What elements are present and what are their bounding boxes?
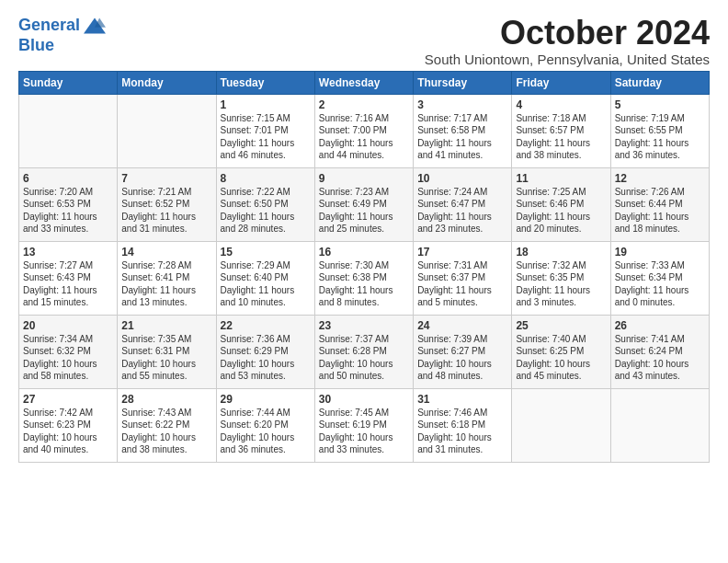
day-number: 20 <box>23 319 113 332</box>
day-number: 21 <box>121 319 211 332</box>
day-detail: Sunrise: 7:36 AM Sunset: 6:29 PM Dayligh… <box>221 333 311 383</box>
day-number: 22 <box>221 319 311 332</box>
day-cell: 10Sunrise: 7:24 AM Sunset: 6:47 PM Dayli… <box>414 167 512 241</box>
day-detail: Sunrise: 7:44 AM Sunset: 6:20 PM Dayligh… <box>221 407 311 456</box>
header: General Blue October 2024 South Uniontow… <box>18 15 710 67</box>
day-detail: Sunrise: 7:15 AM Sunset: 7:01 PM Dayligh… <box>221 112 311 162</box>
day-detail: Sunrise: 7:39 AM Sunset: 6:27 PM Dayligh… <box>417 333 507 383</box>
day-cell: 11Sunrise: 7:25 AM Sunset: 6:46 PM Dayli… <box>512 167 610 241</box>
day-detail: Sunrise: 7:19 AM Sunset: 6:55 PM Dayligh… <box>615 112 705 162</box>
day-detail: Sunrise: 7:20 AM Sunset: 6:53 PM Dayligh… <box>23 186 113 236</box>
week-row: 13Sunrise: 7:27 AM Sunset: 6:43 PM Dayli… <box>19 241 710 315</box>
day-cell: 22Sunrise: 7:36 AM Sunset: 6:29 PM Dayli… <box>216 315 314 388</box>
day-cell <box>19 94 118 167</box>
day-cell: 3Sunrise: 7:17 AM Sunset: 6:58 PM Daylig… <box>414 94 512 167</box>
day-detail: Sunrise: 7:27 AM Sunset: 6:43 PM Dayligh… <box>23 259 113 309</box>
day-number: 25 <box>516 319 606 332</box>
logo-text: General <box>18 17 80 35</box>
day-cell: 8Sunrise: 7:22 AM Sunset: 6:50 PM Daylig… <box>216 167 314 241</box>
day-cell: 28Sunrise: 7:43 AM Sunset: 6:22 PM Dayli… <box>118 388 216 462</box>
day-cell <box>512 388 610 462</box>
logo-text2: Blue <box>18 37 106 55</box>
day-number: 7 <box>121 172 211 185</box>
day-number: 4 <box>516 98 606 111</box>
day-detail: Sunrise: 7:45 AM Sunset: 6:19 PM Dayligh… <box>319 407 409 456</box>
day-number: 27 <box>23 393 113 406</box>
day-header: Saturday <box>610 71 709 94</box>
logo: General Blue <box>18 15 106 55</box>
day-cell: 6Sunrise: 7:20 AM Sunset: 6:53 PM Daylig… <box>19 167 118 241</box>
day-cell: 25Sunrise: 7:40 AM Sunset: 6:25 PM Dayli… <box>512 315 610 388</box>
header-row: SundayMondayTuesdayWednesdayThursdayFrid… <box>19 71 710 94</box>
day-cell: 14Sunrise: 7:28 AM Sunset: 6:41 PM Dayli… <box>118 241 216 315</box>
day-number: 3 <box>417 98 507 111</box>
day-cell: 2Sunrise: 7:16 AM Sunset: 7:00 PM Daylig… <box>314 94 413 167</box>
day-header: Tuesday <box>216 71 314 94</box>
day-cell: 24Sunrise: 7:39 AM Sunset: 6:27 PM Dayli… <box>414 315 512 388</box>
day-cell <box>610 388 709 462</box>
day-number: 10 <box>417 172 507 185</box>
week-row: 1Sunrise: 7:15 AM Sunset: 7:01 PM Daylig… <box>19 94 710 167</box>
day-number: 5 <box>615 98 705 111</box>
day-number: 14 <box>121 246 211 259</box>
day-number: 12 <box>615 172 705 185</box>
week-row: 20Sunrise: 7:34 AM Sunset: 6:32 PM Dayli… <box>19 315 710 388</box>
day-number: 23 <box>319 319 409 332</box>
day-detail: Sunrise: 7:16 AM Sunset: 7:00 PM Dayligh… <box>319 112 409 162</box>
day-number: 29 <box>221 393 311 406</box>
day-cell: 12Sunrise: 7:26 AM Sunset: 6:44 PM Dayli… <box>610 167 709 241</box>
day-number: 8 <box>221 172 311 185</box>
day-number: 18 <box>516 246 606 259</box>
day-number: 13 <box>23 246 113 259</box>
day-detail: Sunrise: 7:26 AM Sunset: 6:44 PM Dayligh… <box>615 186 705 236</box>
day-number: 31 <box>417 393 507 406</box>
day-number: 11 <box>516 172 606 185</box>
month-title: October 2024 <box>425 15 710 52</box>
day-cell: 15Sunrise: 7:29 AM Sunset: 6:40 PM Dayli… <box>216 241 314 315</box>
day-number: 26 <box>615 319 705 332</box>
calendar-header: SundayMondayTuesdayWednesdayThursdayFrid… <box>19 71 710 94</box>
week-row: 27Sunrise: 7:42 AM Sunset: 6:23 PM Dayli… <box>19 388 710 462</box>
day-number: 1 <box>221 98 311 111</box>
day-cell: 9Sunrise: 7:23 AM Sunset: 6:49 PM Daylig… <box>314 167 413 241</box>
day-detail: Sunrise: 7:35 AM Sunset: 6:31 PM Dayligh… <box>121 333 211 383</box>
day-detail: Sunrise: 7:43 AM Sunset: 6:22 PM Dayligh… <box>121 407 211 456</box>
day-detail: Sunrise: 7:23 AM Sunset: 6:49 PM Dayligh… <box>319 186 409 236</box>
day-header: Thursday <box>414 71 512 94</box>
day-cell: 13Sunrise: 7:27 AM Sunset: 6:43 PM Dayli… <box>19 241 118 315</box>
day-cell <box>118 94 216 167</box>
day-number: 2 <box>319 98 409 111</box>
day-detail: Sunrise: 7:31 AM Sunset: 6:37 PM Dayligh… <box>417 259 507 309</box>
day-header: Wednesday <box>314 71 413 94</box>
day-detail: Sunrise: 7:34 AM Sunset: 6:32 PM Dayligh… <box>23 333 113 383</box>
day-detail: Sunrise: 7:25 AM Sunset: 6:46 PM Dayligh… <box>516 186 606 236</box>
day-header: Monday <box>118 71 216 94</box>
day-detail: Sunrise: 7:33 AM Sunset: 6:34 PM Dayligh… <box>615 259 705 309</box>
day-cell: 21Sunrise: 7:35 AM Sunset: 6:31 PM Dayli… <box>118 315 216 388</box>
day-cell: 5Sunrise: 7:19 AM Sunset: 6:55 PM Daylig… <box>610 94 709 167</box>
day-cell: 29Sunrise: 7:44 AM Sunset: 6:20 PM Dayli… <box>216 388 314 462</box>
day-cell: 7Sunrise: 7:21 AM Sunset: 6:52 PM Daylig… <box>118 167 216 241</box>
day-detail: Sunrise: 7:32 AM Sunset: 6:35 PM Dayligh… <box>516 259 606 309</box>
day-number: 30 <box>319 393 409 406</box>
day-detail: Sunrise: 7:46 AM Sunset: 6:18 PM Dayligh… <box>417 407 507 456</box>
day-detail: Sunrise: 7:18 AM Sunset: 6:57 PM Dayligh… <box>516 112 606 162</box>
day-detail: Sunrise: 7:41 AM Sunset: 6:24 PM Dayligh… <box>615 333 705 383</box>
day-detail: Sunrise: 7:24 AM Sunset: 6:47 PM Dayligh… <box>417 186 507 236</box>
day-cell: 4Sunrise: 7:18 AM Sunset: 6:57 PM Daylig… <box>512 94 610 167</box>
day-number: 28 <box>121 393 211 406</box>
day-cell: 30Sunrise: 7:45 AM Sunset: 6:19 PM Dayli… <box>314 388 413 462</box>
title-area: October 2024 South Uniontown, Pennsylvan… <box>425 15 710 67</box>
day-detail: Sunrise: 7:29 AM Sunset: 6:40 PM Dayligh… <box>221 259 311 309</box>
day-cell: 31Sunrise: 7:46 AM Sunset: 6:18 PM Dayli… <box>414 388 512 462</box>
day-number: 16 <box>319 246 409 259</box>
day-detail: Sunrise: 7:40 AM Sunset: 6:25 PM Dayligh… <box>516 333 606 383</box>
day-cell: 1Sunrise: 7:15 AM Sunset: 7:01 PM Daylig… <box>216 94 314 167</box>
day-detail: Sunrise: 7:42 AM Sunset: 6:23 PM Dayligh… <box>23 407 113 456</box>
calendar-body: 1Sunrise: 7:15 AM Sunset: 7:01 PM Daylig… <box>19 94 710 462</box>
day-number: 19 <box>615 246 705 259</box>
day-header: Friday <box>512 71 610 94</box>
day-cell: 27Sunrise: 7:42 AM Sunset: 6:23 PM Dayli… <box>19 388 118 462</box>
day-cell: 26Sunrise: 7:41 AM Sunset: 6:24 PM Dayli… <box>610 315 709 388</box>
location-title: South Uniontown, Pennsylvania, United St… <box>425 52 710 67</box>
